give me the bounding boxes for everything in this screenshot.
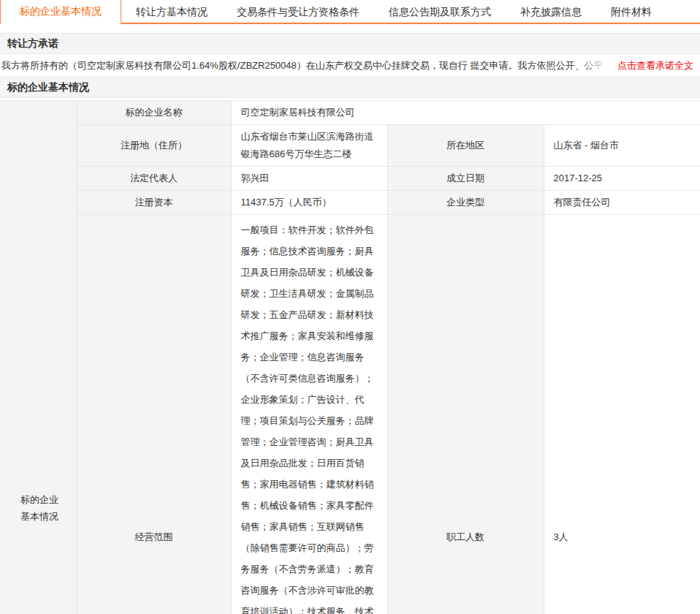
table-row: 标的企业 基本情况 标的企业名称 司空定制家居科技有限公司	[0, 101, 700, 125]
label-business-scope: 经营范围	[77, 215, 231, 614]
label-company-name: 标的企业名称	[77, 101, 231, 125]
table-row: 注册地（住所） 山东省烟台市莱山区滨海路街道银海路686号万华生态二楼 所在地区…	[0, 125, 700, 167]
tab-transferor-basic-info[interactable]: 转让方基本情况	[121, 1, 222, 23]
company-info-table: 标的企业 基本情况 标的企业名称 司空定制家居科技有限公司 注册地（住所） 山东…	[0, 100, 700, 614]
value-region: 山东省 - 烟台市	[544, 125, 700, 167]
tab-supplementary-disclosure[interactable]: 补充披露信息	[506, 1, 596, 23]
view-full-promise-link[interactable]: 点击查看承诺全文	[617, 59, 693, 72]
table-row: 经营范围 一般项目：软件开发；软件外包服务；信息技术咨询服务；厨具卫具及日用杂品…	[0, 215, 700, 614]
value-establish-date: 2017-12-25	[544, 167, 700, 191]
tab-target-company-basic-info[interactable]: 标的企业基本情况	[0, 0, 121, 24]
group-label-line2: 基本情况	[20, 508, 76, 525]
basic-info-section-header: 标的企业基本情况	[0, 77, 700, 98]
tab-attachments[interactable]: 附件材料	[596, 1, 666, 23]
label-registered-address: 注册地（住所）	[77, 125, 231, 167]
table-row: 注册资本 11437.5万（人民币） 企业类型 有限责任公司	[0, 191, 700, 215]
value-business-scope: 一般项目：软件开发；软件外包服务；信息技术咨询服务；厨具卫具及日用杂品研发；机械…	[231, 215, 387, 614]
label-employee-count: 职工人数	[387, 215, 544, 614]
tab-announcement-contact[interactable]: 信息公告期及联系方式	[374, 1, 506, 23]
value-registered-address: 山东省烟台市莱山区滨海路街道银海路686号万华生态二楼	[231, 125, 387, 167]
tab-transaction-conditions[interactable]: 交易条件与受让方资格条件	[222, 1, 374, 23]
value-company-type: 有限责任公司	[544, 191, 700, 215]
promise-section-header: 转让方承诺	[0, 33, 700, 54]
promise-notice-row: 我方将所持有的（司空定制家居科技有限公司1.64%股权/ZBZR250048）在…	[0, 54, 700, 77]
group-label-cell: 标的企业 基本情况	[0, 101, 77, 614]
basic-info-section-title: 标的企业基本情况	[7, 81, 89, 93]
promise-notice-text: 我方将所持有的（司空定制家居科技有限公司1.64%股权/ZBZR250048）在…	[0, 59, 610, 72]
table-row: 法定代表人 郭兴田 成立日期 2017-12-25	[0, 167, 700, 191]
value-legal-representative: 郭兴田	[231, 167, 387, 191]
label-establish-date: 成立日期	[387, 167, 544, 191]
group-label-line1: 标的企业	[20, 491, 76, 508]
value-registered-capital: 11437.5万（人民币）	[231, 191, 387, 215]
value-company-name: 司空定制家居科技有限公司	[231, 101, 700, 125]
label-legal-representative: 法定代表人	[77, 167, 231, 191]
tab-bar: 标的企业基本情况 转让方基本情况 交易条件与受让方资格条件 信息公告期及联系方式…	[0, 0, 700, 24]
label-region: 所在地区	[387, 125, 544, 167]
label-company-type: 企业类型	[387, 191, 544, 215]
promise-section-title: 转让方承诺	[7, 37, 58, 49]
label-registered-capital: 注册资本	[77, 191, 231, 215]
value-employee-count: 3人	[544, 215, 700, 614]
